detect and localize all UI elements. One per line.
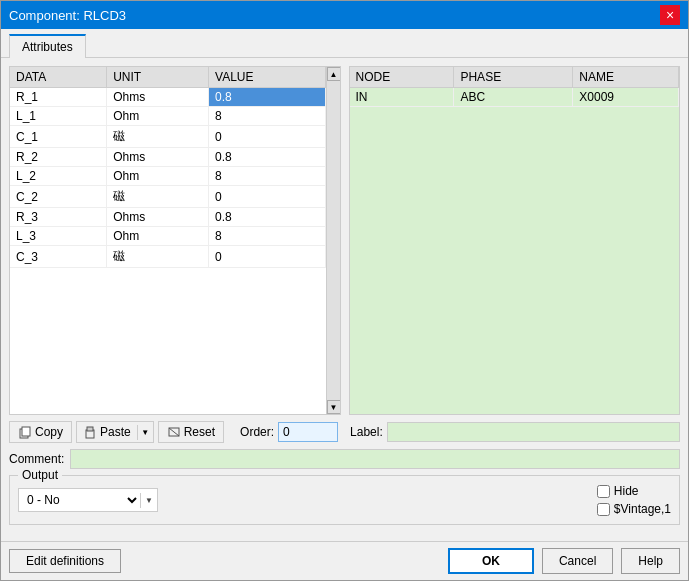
table-row[interactable]: 0.8 — [209, 88, 325, 107]
table-row[interactable]: L_1 — [10, 107, 107, 126]
copy-icon — [18, 425, 32, 439]
table-row[interactable]: C_3 — [10, 246, 107, 268]
vintage-checkbox[interactable] — [597, 503, 610, 516]
left-table-scroll[interactable]: DATA UNIT VALUE R_1Ohms0.8L_1Ohm8C_1磁0R_… — [10, 67, 326, 414]
table-row[interactable]: 0 — [209, 186, 325, 208]
cancel-button[interactable]: Cancel — [542, 548, 613, 574]
comment-row: Comment: — [9, 449, 680, 469]
table-row[interactable]: ABC — [454, 88, 573, 107]
order-label: Order: — [240, 425, 274, 439]
svg-rect-3 — [87, 427, 93, 431]
paste-icon — [83, 425, 97, 439]
table-row[interactable]: 0.8 — [209, 148, 325, 167]
col-header-phase: PHASE — [454, 67, 573, 88]
tab-bar: Attributes — [1, 29, 688, 58]
svg-rect-1 — [22, 427, 30, 436]
table-row[interactable]: Ohm — [107, 167, 209, 186]
table-row[interactable]: R_1 — [10, 88, 107, 107]
vintage-checkbox-row: $Vintage,1 — [597, 502, 671, 516]
left-table: DATA UNIT VALUE R_1Ohms0.8L_1Ohm8C_1磁0R_… — [10, 67, 326, 268]
table-row[interactable]: C_2 — [10, 186, 107, 208]
comment-label: Comment: — [9, 452, 64, 466]
close-button[interactable]: × — [660, 5, 680, 25]
table-row[interactable]: 0.8 — [209, 208, 325, 227]
table-row[interactable]: Ohm — [107, 107, 209, 126]
chevron-down-icon[interactable]: ▼ — [140, 493, 157, 508]
output-select[interactable]: 0 - No 1 - Yes — [19, 489, 140, 511]
paste-dropdown-button[interactable]: ▼ — [137, 425, 153, 440]
title-bar: Component: RLCD3 × — [1, 1, 688, 29]
scroll-up-arrow[interactable]: ▲ — [327, 67, 340, 81]
table-row[interactable]: L_2 — [10, 167, 107, 186]
table-row[interactable]: Ohms — [107, 208, 209, 227]
table-row[interactable]: 8 — [209, 227, 325, 246]
paste-label: Paste — [100, 425, 131, 439]
left-scrollbar[interactable]: ▲ ▼ — [326, 67, 340, 414]
label-label: Label: — [350, 425, 383, 439]
output-group: Output 0 - No 1 - Yes ▼ Hide — [9, 475, 680, 525]
right-table-scroll[interactable]: NODE PHASE NAME INABCX0009 — [350, 67, 680, 414]
dialog-title: Component: RLCD3 — [9, 8, 126, 23]
col-header-value: VALUE — [209, 67, 325, 88]
label-input[interactable] — [387, 422, 680, 442]
table-row[interactable]: Ohms — [107, 148, 209, 167]
reset-button[interactable]: Reset — [158, 421, 224, 443]
comment-input[interactable] — [70, 449, 680, 469]
col-header-name: NAME — [573, 67, 679, 88]
output-legend: Output — [18, 468, 62, 482]
table-row[interactable]: Ohm — [107, 227, 209, 246]
help-button[interactable]: Help — [621, 548, 680, 574]
vintage-label: $Vintage,1 — [614, 502, 671, 516]
right-table: NODE PHASE NAME INABCX0009 — [350, 67, 680, 107]
paste-button[interactable]: Paste — [77, 422, 137, 442]
col-header-unit: UNIT — [107, 67, 209, 88]
paste-group: Paste ▼ — [76, 421, 154, 443]
tables-row: DATA UNIT VALUE R_1Ohms0.8L_1Ohm8C_1磁0R_… — [9, 66, 680, 415]
output-select-wrapper: 0 - No 1 - Yes ▼ — [18, 488, 158, 512]
right-table-container: NODE PHASE NAME INABCX0009 — [349, 66, 681, 415]
table-row[interactable]: Ohms — [107, 88, 209, 107]
svg-line-5 — [169, 428, 179, 436]
dialog-actions: OK Cancel Help — [448, 548, 680, 574]
scroll-down-arrow[interactable]: ▼ — [327, 400, 340, 414]
table-row[interactable]: 磁 — [107, 126, 209, 148]
table-row[interactable]: R_3 — [10, 208, 107, 227]
reset-icon — [167, 425, 181, 439]
output-content: 0 - No 1 - Yes ▼ Hide $Vintage,1 — [18, 484, 671, 516]
table-row[interactable]: L_3 — [10, 227, 107, 246]
edit-definitions-button[interactable]: Edit definitions — [9, 549, 121, 573]
table-row[interactable]: 磁 — [107, 246, 209, 268]
scroll-track — [327, 81, 340, 400]
col-header-node: NODE — [350, 67, 454, 88]
left-table-container: DATA UNIT VALUE R_1Ohms0.8L_1Ohm8C_1磁0R_… — [9, 66, 341, 415]
copy-label: Copy — [35, 425, 63, 439]
table-row[interactable]: R_2 — [10, 148, 107, 167]
ok-button[interactable]: OK — [448, 548, 534, 574]
content-area: DATA UNIT VALUE R_1Ohms0.8L_1Ohm8C_1磁0R_… — [1, 58, 688, 541]
order-input[interactable] — [278, 422, 338, 442]
toolbar-row: Copy Paste ▼ — [9, 415, 680, 449]
col-header-data: DATA — [10, 67, 107, 88]
bottom-buttons: Edit definitions OK Cancel Help — [1, 541, 688, 580]
copy-button[interactable]: Copy — [9, 421, 72, 443]
table-row[interactable]: X0009 — [573, 88, 679, 107]
hide-checkbox-row: Hide — [597, 484, 671, 498]
table-row[interactable]: IN — [350, 88, 454, 107]
hide-checkbox[interactable] — [597, 485, 610, 498]
table-row[interactable]: 8 — [209, 107, 325, 126]
table-row[interactable]: 8 — [209, 167, 325, 186]
table-row[interactable]: 0 — [209, 246, 325, 268]
tab-attributes[interactable]: Attributes — [9, 34, 86, 58]
table-row[interactable]: C_1 — [10, 126, 107, 148]
table-row[interactable]: 0 — [209, 126, 325, 148]
checkboxes-col: Hide $Vintage,1 — [597, 484, 671, 516]
reset-label: Reset — [184, 425, 215, 439]
hide-label: Hide — [614, 484, 639, 498]
table-row[interactable]: 磁 — [107, 186, 209, 208]
dialog: Component: RLCD3 × Attributes DATA UNIT — [0, 0, 689, 581]
